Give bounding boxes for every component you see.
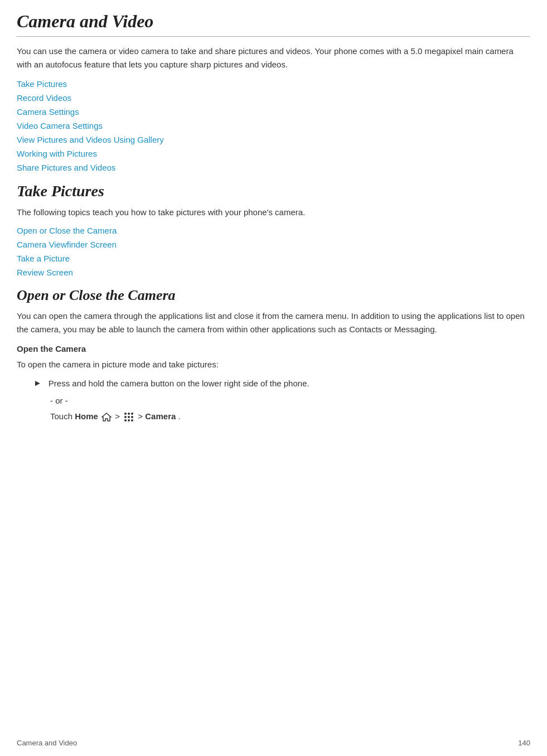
svg-point-8 bbox=[128, 419, 130, 421]
touch-prefix: Touch bbox=[50, 411, 75, 421]
toc-link-camera-settings[interactable]: Camera Settings bbox=[17, 107, 530, 117]
page-title: Camera and Video bbox=[17, 11, 530, 32]
svg-point-3 bbox=[131, 413, 133, 415]
title-divider bbox=[17, 36, 530, 37]
svg-point-1 bbox=[124, 413, 127, 415]
section-title-take-pictures: Take Pictures bbox=[17, 182, 530, 200]
touch-suffix: . bbox=[178, 411, 181, 421]
section-link-open-close-camera[interactable]: Open or Close the Camera bbox=[17, 226, 530, 235]
svg-point-6 bbox=[131, 416, 133, 418]
toc-link-record-videos[interactable]: Record Videos bbox=[17, 93, 530, 103]
footer-section-name: Camera and Video bbox=[17, 739, 77, 747]
svg-point-9 bbox=[131, 419, 133, 421]
toc-link-video-camera-settings[interactable]: Video Camera Settings bbox=[17, 121, 530, 130]
bullet-arrow-icon: ► bbox=[33, 378, 42, 387]
open-camera-body: To open the camera in picture mode and t… bbox=[17, 358, 530, 371]
or-separator: - or - bbox=[50, 396, 530, 405]
svg-point-4 bbox=[124, 416, 127, 418]
touch-separator-1: > bbox=[115, 411, 122, 421]
page-footer: Camera and Video 140 bbox=[0, 739, 547, 747]
subsection-title-open-close-camera: Open or Close the Camera bbox=[17, 287, 530, 304]
home-icon bbox=[100, 411, 115, 421]
svg-point-2 bbox=[128, 413, 130, 415]
toc-link-view-pictures-gallery[interactable]: View Pictures and Videos Using Gallery bbox=[17, 135, 530, 144]
svg-point-7 bbox=[124, 419, 127, 421]
apps-icon bbox=[122, 411, 138, 421]
touch-separator-2: > bbox=[138, 411, 145, 421]
bullet-item-camera-button: ► Press and hold the camera button on th… bbox=[33, 377, 530, 390]
section-link-review-screen[interactable]: Review Screen bbox=[17, 268, 530, 277]
toc-link-share-pictures-videos[interactable]: Share Pictures and Videos bbox=[17, 163, 530, 172]
subsection-intro-open-close-camera: You can open the camera through the appl… bbox=[17, 309, 530, 336]
section-link-camera-viewfinder[interactable]: Camera Viewfinder Screen bbox=[17, 240, 530, 249]
bullet-text-camera-button: Press and hold the camera button on the … bbox=[49, 377, 309, 390]
toc-link-take-pictures[interactable]: Take Pictures bbox=[17, 79, 530, 89]
svg-marker-0 bbox=[102, 413, 111, 421]
section-link-take-a-picture[interactable]: Take a Picture bbox=[17, 254, 530, 263]
touch-home-label: Home bbox=[75, 411, 98, 421]
svg-point-5 bbox=[128, 416, 130, 418]
footer-page-number: 140 bbox=[518, 739, 530, 747]
section-intro-take-pictures: The following topics teach you how to ta… bbox=[17, 206, 530, 219]
sub-heading-open-camera: Open the Camera bbox=[17, 344, 530, 353]
touch-camera-label: Camera bbox=[145, 411, 176, 421]
toc-link-working-with-pictures[interactable]: Working with Pictures bbox=[17, 149, 530, 158]
intro-paragraph: You can use the camera or video camera t… bbox=[17, 45, 530, 71]
touch-instruction: Touch Home > > Camera . bbox=[50, 410, 530, 423]
